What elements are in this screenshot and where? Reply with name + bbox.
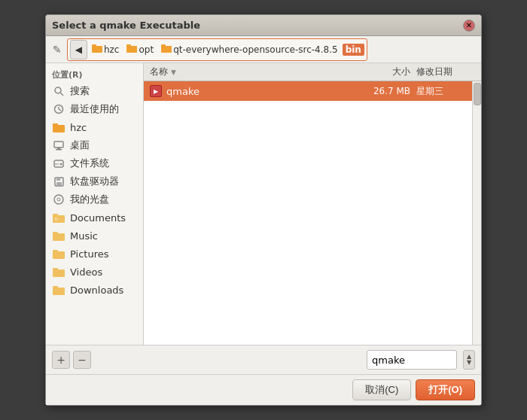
sidebar-label-music: Music xyxy=(70,230,98,242)
sidebar-item-disc[interactable]: 我的光盘 xyxy=(46,190,143,208)
remove-location-button[interactable]: − xyxy=(73,351,91,369)
path-segment-hzc[interactable]: hzc xyxy=(89,43,123,56)
sidebar-label-hzc: hzc xyxy=(70,122,87,133)
column-headers: 名称 ▼ 大小 修改日期 xyxy=(144,63,481,81)
scrollbar-track xyxy=(473,107,481,345)
svg-rect-30 xyxy=(53,250,58,253)
file-name-label: qmake xyxy=(166,86,200,97)
hdd-icon xyxy=(52,157,65,170)
folder-videos-icon xyxy=(52,265,65,278)
edit-icon[interactable]: ✎ xyxy=(50,43,64,56)
add-location-button[interactable]: + xyxy=(52,351,70,369)
sidebar-label-recent: 最近使用的 xyxy=(70,102,119,116)
folder-pictures-icon xyxy=(52,247,65,260)
clock-icon xyxy=(52,102,65,116)
titlebar-buttons: ✕ xyxy=(463,20,475,32)
action-buttons: 取消(C) 打开(O) xyxy=(46,374,481,405)
sidebar-item-pictures[interactable]: Pictures xyxy=(46,245,143,263)
file-size-cell: 26.7 MB xyxy=(364,86,416,96)
sidebar-item-downloads[interactable]: Downloads xyxy=(46,281,143,299)
bottom-right-controls: qmake ▲ ▼ xyxy=(367,350,475,370)
back-icon: ◀ xyxy=(75,44,82,55)
folder-icon-hzc xyxy=(92,44,102,55)
disc-icon xyxy=(52,193,65,206)
dialog-window: Select a qmake Executable ✕ ✎ ◀ hzc opt xyxy=(45,14,482,406)
path-segment-bin[interactable]: bin xyxy=(343,44,364,56)
svg-point-22 xyxy=(54,195,63,204)
close-button[interactable]: ✕ xyxy=(463,20,475,32)
sidebar: 位置(R) 搜索 最近使用的 hzc xyxy=(46,63,144,345)
sidebar-label-floppy: 软盘驱动器 xyxy=(70,175,119,188)
svg-rect-13 xyxy=(54,142,63,148)
file-name-cell: ▶ qmake xyxy=(147,85,364,97)
toolbar: ✎ ◀ hzc opt qt-everywhere-o xyxy=(46,36,481,63)
path-segment-opt[interactable]: opt xyxy=(123,43,157,56)
filename-input[interactable]: qmake xyxy=(367,350,457,370)
folder-icon-opt xyxy=(126,44,137,55)
bottom-left-buttons: + − xyxy=(52,351,91,369)
filename-spinner[interactable]: ▲ ▼ xyxy=(463,350,475,370)
folder-icon-hzc-sidebar xyxy=(52,120,65,134)
main-area: 位置(R) 搜索 最近使用的 hzc xyxy=(46,63,481,345)
col-header-name[interactable]: 名称 ▼ xyxy=(147,65,364,78)
path-label-hzc: hzc xyxy=(104,44,120,55)
sidebar-label-desktop: 桌面 xyxy=(70,138,90,152)
folder-documents-icon: D xyxy=(52,211,65,224)
sidebar-item-search[interactable]: 搜索 xyxy=(46,82,143,100)
scrollbar-vertical[interactable] xyxy=(472,81,481,345)
sidebar-item-videos[interactable]: Videos xyxy=(46,263,143,281)
sidebar-item-floppy[interactable]: 软盘驱动器 xyxy=(46,172,143,190)
svg-rect-1 xyxy=(92,44,96,47)
sidebar-label-documents: Documents xyxy=(70,212,126,224)
scrollbar-thumb[interactable] xyxy=(474,83,481,105)
open-button[interactable]: 打开(O) xyxy=(416,379,475,400)
path-label-qt: qt-everywhere-opensource-src-4.8.5 xyxy=(173,44,337,55)
sidebar-section-header: 位置(R) xyxy=(46,66,143,82)
svg-line-7 xyxy=(60,93,63,96)
svg-rect-5 xyxy=(161,44,166,47)
dialog-title: Select a qmake Executable xyxy=(52,20,200,31)
sidebar-item-documents[interactable]: D Documents xyxy=(46,208,143,227)
folder-downloads-icon xyxy=(52,283,65,297)
sidebar-label-pictures: Pictures xyxy=(70,248,108,260)
svg-rect-15 xyxy=(56,149,62,151)
folder-music-icon xyxy=(52,229,65,242)
svg-rect-3 xyxy=(126,44,131,47)
path-label-bin: bin xyxy=(346,44,361,55)
path-label-opt: opt xyxy=(139,44,154,55)
svg-point-23 xyxy=(57,198,60,201)
cancel-button[interactable]: 取消(C) xyxy=(352,379,411,400)
titlebar: Select a qmake Executable ✕ xyxy=(46,15,481,36)
spinner-down-icon: ▼ xyxy=(467,360,471,366)
sidebar-label-videos: Videos xyxy=(70,266,102,278)
filename-value: qmake xyxy=(372,355,405,366)
path-segment-qt[interactable]: qt-everywhere-opensource-src-4.8.5 xyxy=(158,43,340,56)
svg-line-10 xyxy=(59,109,61,111)
sidebar-item-music[interactable]: Music xyxy=(46,227,143,245)
svg-rect-34 xyxy=(53,286,58,289)
svg-rect-12 xyxy=(53,123,58,126)
sidebar-item-recent[interactable]: 最近使用的 xyxy=(46,100,143,118)
folder-icon-qt xyxy=(161,44,172,55)
desktop-icon xyxy=(52,138,65,152)
content-area: 名称 ▼ 大小 修改日期 ▶ qmake 26.7 MB xyxy=(144,63,481,345)
svg-text:D: D xyxy=(55,217,58,221)
nav-back-button[interactable]: ◀ xyxy=(70,40,87,59)
sidebar-item-desktop[interactable]: 桌面 xyxy=(46,136,143,154)
col-header-size[interactable]: 大小 xyxy=(364,65,416,78)
search-icon xyxy=(52,84,65,98)
sidebar-label-downloads: Downloads xyxy=(70,285,123,296)
path-breadcrumb: ◀ hzc opt qt-everywhere-opensource-src-4… xyxy=(67,38,367,61)
sidebar-label-filesystem: 文件系统 xyxy=(70,157,109,170)
sidebar-label-search: 搜索 xyxy=(70,84,90,98)
sidebar-label-disc: 我的光盘 xyxy=(70,193,109,206)
executable-icon: ▶ xyxy=(150,85,162,97)
sidebar-item-filesystem[interactable]: 文件系统 xyxy=(46,154,143,172)
svg-rect-21 xyxy=(56,182,62,185)
col-header-date[interactable]: 修改日期 xyxy=(416,65,469,78)
file-date-cell: 星期三 xyxy=(416,85,469,98)
table-row[interactable]: ▶ qmake 26.7 MB 星期三 xyxy=(144,81,472,101)
svg-rect-14 xyxy=(57,148,60,149)
file-list-container: ▶ qmake 26.7 MB 星期三 xyxy=(144,81,481,345)
sidebar-item-hzc[interactable]: hzc xyxy=(46,118,143,136)
